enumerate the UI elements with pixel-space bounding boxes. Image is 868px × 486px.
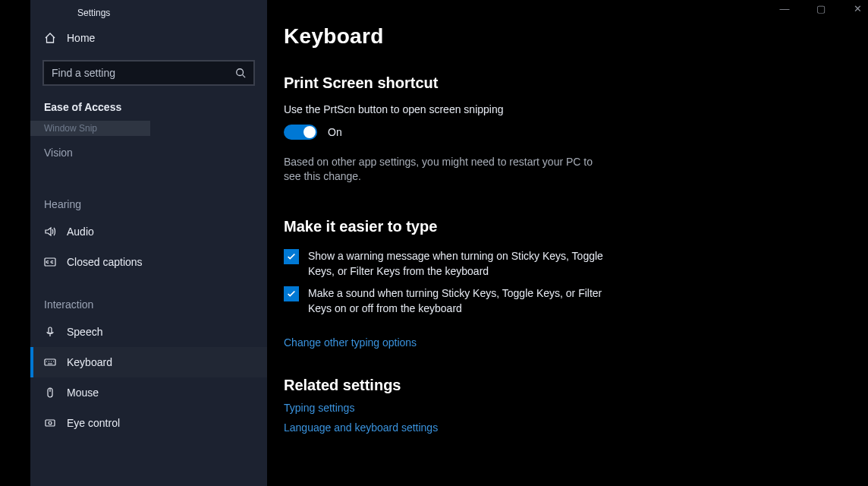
mouse-icon [44, 387, 56, 399]
check-warning[interactable] [284, 249, 299, 264]
window-title: Settings [30, 5, 267, 18]
svg-rect-5 [46, 420, 55, 426]
sidebar-item-label: Closed captions [67, 256, 143, 268]
sidebar-item-label: Keyboard [67, 356, 112, 368]
group-header-interaction: Interaction [30, 277, 267, 317]
main-content: — ▢ ✕ Keyboard Print Screen shortcut Use… [267, 0, 868, 486]
mic-icon [44, 326, 56, 338]
sidebar-item-eye-control[interactable]: Eye control [30, 408, 267, 438]
page-title: Keyboard [284, 24, 848, 49]
search-box[interactable] [42, 60, 255, 86]
change-typing-link[interactable]: Change other typing options [284, 336, 417, 349]
sidebar-item-speech[interactable]: Speech [30, 317, 267, 347]
sidebar-item-keyboard[interactable]: Keyboard [30, 347, 267, 377]
category-header: Ease of Access [30, 86, 267, 121]
svg-rect-2 [49, 327, 52, 333]
search-input[interactable] [52, 67, 235, 79]
close-button[interactable]: ✕ [850, 3, 865, 14]
sidebar-item-label: Eye control [67, 417, 120, 429]
keyboard-icon [44, 356, 56, 368]
typing-settings-link[interactable]: Typing settings [284, 402, 848, 414]
prtscn-toggle[interactable] [284, 125, 317, 140]
home-icon [44, 32, 56, 44]
sidebar: Settings Home Ease of Access Window Snip… [30, 0, 267, 486]
eye-icon [44, 417, 56, 429]
sidebar-item-closed-captions[interactable]: Closed captions [30, 247, 267, 277]
toggle-state-label: On [328, 126, 342, 138]
check-sound[interactable] [284, 286, 299, 301]
sidebar-item-label: Mouse [67, 387, 99, 399]
home-nav[interactable]: Home [30, 18, 267, 58]
section-print-heading: Print Screen shortcut [284, 74, 848, 92]
language-keyboard-link[interactable]: Language and keyboard settings [284, 421, 848, 434]
sidebar-item-mouse[interactable]: Mouse [30, 377, 267, 408]
group-header-vision: Vision [30, 136, 267, 165]
speaker-icon [44, 226, 56, 238]
group-header-hearing: Hearing [30, 165, 267, 216]
minimize-button[interactable]: — [777, 3, 792, 14]
window-snip-label: Window Snip [30, 121, 150, 136]
check-sound-label: Make a sound when turning Sticky Keys, T… [308, 286, 610, 316]
search-icon [235, 68, 246, 78]
check-warning-label: Show a warning message when turning on S… [308, 249, 610, 279]
sidebar-item-label: Speech [67, 326, 102, 338]
maximize-button[interactable]: ▢ [813, 3, 829, 14]
sidebar-item-label: Audio [67, 226, 94, 238]
section-related-heading: Related settings [284, 377, 848, 394]
cc-icon [44, 256, 56, 268]
sidebar-item-audio[interactable]: Audio [30, 216, 267, 247]
svg-rect-3 [45, 359, 55, 365]
restart-note: Based on other app settings, you might n… [284, 155, 610, 185]
prtscn-desc: Use the PrtScn button to open screen sni… [284, 103, 602, 117]
svg-point-6 [49, 421, 52, 424]
section-type-heading: Make it easier to type [284, 218, 848, 235]
home-label: Home [67, 32, 95, 44]
svg-point-0 [237, 69, 244, 76]
